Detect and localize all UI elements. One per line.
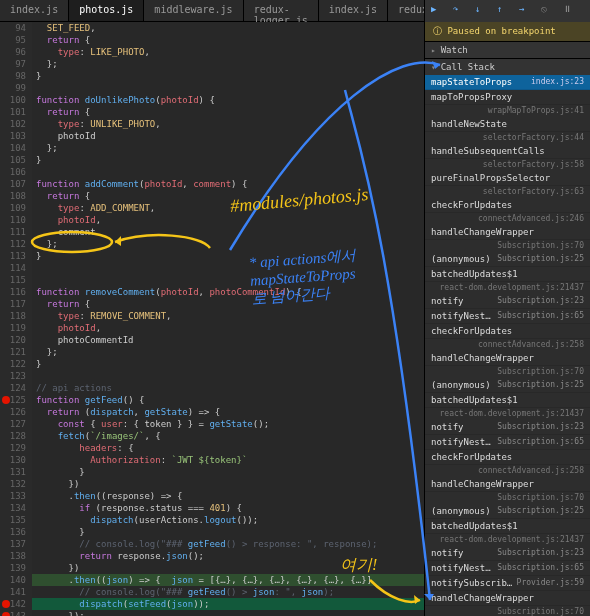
stack-frame[interactable]: notifyNestedSubsSubscription.js:65	[425, 561, 590, 576]
code-line[interactable]: }	[32, 70, 424, 82]
code-line[interactable]: Authorization: `JWT ${token}`	[32, 454, 424, 466]
code-line[interactable]: function doUnlikePhoto(photoId) {	[32, 94, 424, 106]
code-line[interactable]: return {	[32, 190, 424, 202]
stack-frame[interactable]: batchedUpdates$1	[425, 393, 590, 408]
paused-banner: ⓘ Paused on breakpoint	[425, 22, 590, 41]
stack-frame[interactable]: batchedUpdates$1	[425, 267, 590, 282]
stack-frame[interactable]: mapToPropsProxy	[425, 90, 590, 105]
code-line[interactable]: });	[32, 610, 424, 616]
tab-index-js[interactable]: index.js	[0, 0, 69, 21]
callstack-section[interactable]: Call Stack	[425, 59, 590, 75]
resume-icon[interactable]: ▶	[431, 4, 445, 18]
code-line[interactable]: if (response.status === 401) {	[32, 502, 424, 514]
code-line[interactable]: const { user: { token } } = getState();	[32, 418, 424, 430]
code-line[interactable]: headers: {	[32, 442, 424, 454]
code-line[interactable]: };	[32, 58, 424, 70]
step-over-icon[interactable]: ↷	[453, 4, 467, 18]
stack-frame[interactable]: notifySubscription.js:23	[425, 420, 590, 435]
stack-frame[interactable]: notifyNestedSubsSubscription.js:65	[425, 309, 590, 324]
code-line[interactable]: function addComment(photoId, comment) {	[32, 178, 424, 190]
line-gutter: 9495969798991001011021031041051061071081…	[0, 22, 32, 616]
debugger-toolbar: ▶ ↷ ↓ ↑ → ⦸ ⏸	[425, 0, 590, 22]
debugger-sidebar: ▶ ↷ ↓ ↑ → ⦸ ⏸ ⓘ Paused on breakpoint Wat…	[424, 0, 590, 616]
tab-bar: index.jsphotos.jsmiddleware.jsredux-logg…	[0, 0, 424, 22]
stack-frame[interactable]: notifySubscription.js:23	[425, 294, 590, 309]
code-line[interactable]: SET_FEED,	[32, 22, 424, 34]
code-line[interactable]: type: REMOVE_COMMENT,	[32, 310, 424, 322]
stack-frame[interactable]: (anonymous)Subscription.js:25	[425, 378, 590, 393]
stack-frame[interactable]: handleChangeWrapper	[425, 225, 590, 240]
stack-frame[interactable]: checkForUpdates	[425, 198, 590, 213]
code-line[interactable]	[32, 370, 424, 382]
stack-frame[interactable]: notifySubscribersProvider.js:59	[425, 576, 590, 591]
watch-section[interactable]: Watch	[425, 42, 590, 58]
code-line[interactable]: return (dispatch, getState) => {	[32, 406, 424, 418]
code-line[interactable]: })	[32, 562, 424, 574]
code-line[interactable]: function getFeed() {	[32, 394, 424, 406]
code-line[interactable]: // api actions	[32, 382, 424, 394]
tab-redux-logger-js[interactable]: redux-logger.js	[244, 0, 319, 21]
step-into-icon[interactable]: ↓	[475, 4, 489, 18]
stack-frame[interactable]: batchedUpdates$1	[425, 519, 590, 534]
code-line[interactable]: return {	[32, 34, 424, 46]
code-line[interactable]: };	[32, 238, 424, 250]
code-line[interactable]: }	[32, 466, 424, 478]
pause-exc-icon[interactable]: ⏸	[563, 4, 577, 18]
deactivate-bp-icon[interactable]: ⦸	[541, 4, 555, 18]
code-line[interactable]: return {	[32, 298, 424, 310]
code-line[interactable]: }	[32, 154, 424, 166]
code-line[interactable]	[32, 262, 424, 274]
code-line[interactable]	[32, 274, 424, 286]
code-line[interactable]: dispatch(setFeed(json));	[32, 598, 424, 610]
code-line[interactable]: photoId,	[32, 322, 424, 334]
code-line[interactable]: };	[32, 346, 424, 358]
code-line[interactable]: type: ADD_COMMENT,	[32, 202, 424, 214]
code-line[interactable]: photoId	[32, 130, 424, 142]
stack-frame[interactable]: (anonymous)Subscription.js:25	[425, 252, 590, 267]
code-line[interactable]: fetch(`/images/`, {	[32, 430, 424, 442]
code-line[interactable]: };	[32, 142, 424, 154]
code-line[interactable]: .then((response) => {	[32, 490, 424, 502]
code-line[interactable]: return {	[32, 106, 424, 118]
code-line[interactable]: return response.json();	[32, 550, 424, 562]
code-line[interactable]: // console.log("### getFeed() > response…	[32, 538, 424, 550]
stack-frame[interactable]: handleChangeWrapper	[425, 351, 590, 366]
stack-frame[interactable]: pureFinalPropsSelector	[425, 171, 590, 186]
code-line[interactable]: type: LIKE_PHOTO,	[32, 46, 424, 58]
stack-frame[interactable]: handleChangeWrapper	[425, 591, 590, 606]
tab-index-js[interactable]: index.js	[319, 0, 388, 21]
step-out-icon[interactable]: ↑	[497, 4, 511, 18]
code-line[interactable]: type: UNLIKE_PHOTO,	[32, 118, 424, 130]
tab-middleware-js[interactable]: middleware.js	[144, 0, 243, 21]
code-line[interactable]: }	[32, 358, 424, 370]
code-line[interactable]: function removeComment(photoId, photoCom…	[32, 286, 424, 298]
code-line[interactable]	[32, 166, 424, 178]
code-line[interactable]: photoId,	[32, 214, 424, 226]
code-line[interactable]: // console.log("### getFeed() > json: ",…	[32, 586, 424, 598]
code-line[interactable]: }	[32, 250, 424, 262]
stack-frame[interactable]: notifyNestedSubsSubscription.js:65	[425, 435, 590, 450]
tab-photos-js[interactable]: photos.js	[69, 0, 144, 21]
code-line[interactable]: comment	[32, 226, 424, 238]
code-line[interactable]	[32, 82, 424, 94]
stack-frame[interactable]: checkForUpdates	[425, 324, 590, 339]
code-content[interactable]: SET_FEED, return { type: LIKE_PHOTO, };}…	[32, 22, 424, 616]
stack-frame[interactable]: handleNewState	[425, 117, 590, 132]
code-line[interactable]: dispatch(userActions.logout());	[32, 514, 424, 526]
stack-frame[interactable]: handleChangeWrapper	[425, 477, 590, 492]
stack-frame[interactable]: mapStateToPropsindex.js:23	[425, 75, 590, 90]
code-line[interactable]: photoCommentId	[32, 334, 424, 346]
stack-frame[interactable]: checkForUpdates	[425, 450, 590, 465]
code-line[interactable]: .then((json) => { json = [{…}, {…}, {…},…	[32, 574, 424, 586]
stack-frame[interactable]: handleSubsequentCalls	[425, 144, 590, 159]
code-line[interactable]: })	[32, 478, 424, 490]
code-line[interactable]: }	[32, 526, 424, 538]
stack-frame[interactable]: (anonymous)Subscription.js:25	[425, 504, 590, 519]
stack-frame[interactable]: notifySubscription.js:23	[425, 546, 590, 561]
step-icon[interactable]: →	[519, 4, 533, 18]
